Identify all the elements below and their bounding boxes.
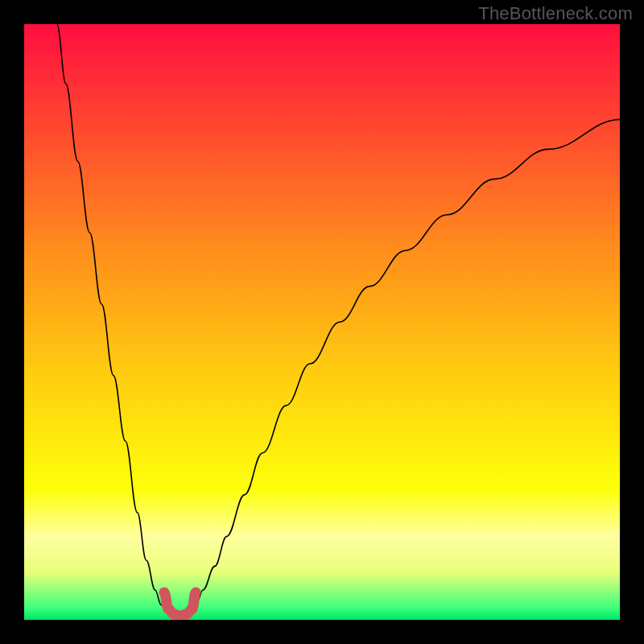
chart-background [24, 24, 620, 620]
chart-svg [24, 24, 620, 620]
watermark-text: TheBottleneck.com [478, 3, 633, 24]
chart-frame: TheBottleneck.com [0, 0, 644, 644]
plot-area [24, 24, 620, 620]
